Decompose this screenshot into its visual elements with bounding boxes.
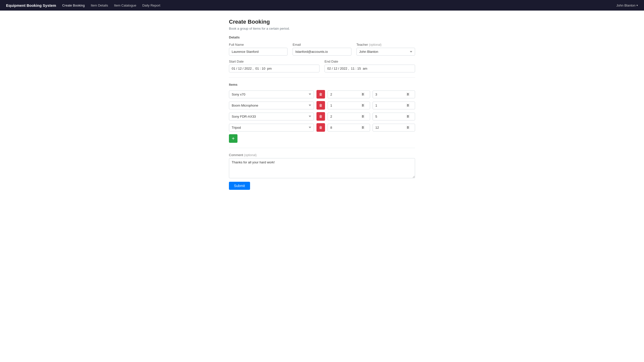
- item-select-wrap-0: Sony x70 Boom Microphone Sony FDR-AX33 T…: [229, 90, 314, 98]
- trash-icon-2: 🗑: [319, 114, 323, 118]
- navbar: Equipment Booking System Create Booking …: [0, 0, 644, 11]
- item-select-1[interactable]: Sony x70 Boom Microphone Sony FDR-AX33 T…: [229, 102, 314, 109]
- main-content: Create Booking Book a group of items for…: [224, 11, 420, 198]
- item-select-wrap-2: Sony x70 Boom Microphone Sony FDR-AX33 T…: [229, 113, 314, 120]
- comment-group: Comment (optional) Thanks for all your h…: [229, 153, 415, 178]
- item-row-1: Sony x70 Boom Microphone Sony FDR-AX33 T…: [229, 101, 415, 110]
- trash-icon-1: 🗑: [319, 103, 323, 107]
- navbar-left: Equipment Booking System Create Booking …: [6, 3, 160, 8]
- email-input[interactable]: [293, 48, 351, 56]
- full-name-label: Full Name: [229, 43, 288, 47]
- start-date-group: Start Date: [229, 60, 319, 72]
- item-select-0[interactable]: Sony x70 Boom Microphone Sony FDR-AX33 T…: [229, 90, 314, 98]
- teacher-group: Teacher (optional) John Blanton: [356, 43, 415, 56]
- qty2-input-0[interactable]: [373, 90, 415, 98]
- qty2-wrap-0: [373, 90, 415, 98]
- item-select-2[interactable]: Sony x70 Boom Microphone Sony FDR-AX33 T…: [229, 113, 314, 120]
- divider-1: [229, 77, 415, 78]
- comment-textarea[interactable]: Thanks for all your hard work!: [229, 158, 415, 178]
- user-menu[interactable]: John Blanton: [616, 4, 638, 7]
- date-row: Start Date End Date: [229, 60, 415, 72]
- add-item-button[interactable]: +: [229, 134, 237, 143]
- item-select-3[interactable]: Sony x70 Boom Microphone Sony FDR-AX33 T…: [229, 124, 314, 131]
- qty2-input-2[interactable]: [373, 113, 415, 120]
- item-row-3: Sony x70 Boom Microphone Sony FDR-AX33 T…: [229, 123, 415, 132]
- qty-input-0[interactable]: [328, 90, 370, 98]
- qty-wrap-3: [328, 124, 370, 131]
- qty2-input-1[interactable]: [373, 102, 415, 109]
- qty-wrap-0: [328, 90, 370, 98]
- qty2-input-3[interactable]: [373, 124, 415, 131]
- delete-item-1[interactable]: 🗑: [316, 101, 325, 110]
- items-label: Items: [229, 83, 415, 86]
- teacher-label: Teacher (optional): [356, 43, 415, 47]
- qty2-wrap-2: [373, 113, 415, 120]
- email-group: Email: [293, 43, 351, 56]
- qty2-wrap-1: [373, 102, 415, 109]
- submit-button[interactable]: Submit: [229, 182, 250, 190]
- delete-item-3[interactable]: 🗑: [316, 123, 325, 132]
- delete-item-2[interactable]: 🗑: [316, 112, 325, 121]
- start-date-input[interactable]: [229, 65, 319, 72]
- qty-input-3[interactable]: [328, 124, 370, 131]
- qty2-wrap-3: [373, 124, 415, 131]
- start-date-label: Start Date: [229, 60, 319, 63]
- nav-daily-report[interactable]: Daily Report: [142, 4, 160, 7]
- item-row-2: Sony x70 Boom Microphone Sony FDR-AX33 T…: [229, 112, 415, 121]
- teacher-select[interactable]: John Blanton: [356, 48, 415, 56]
- page-subtitle: Book a group of items for a certain peri…: [229, 27, 415, 30]
- user-name: John Blanton: [616, 4, 635, 7]
- qty-input-1[interactable]: [328, 102, 370, 109]
- full-name-input[interactable]: [229, 48, 288, 56]
- nav-item-details[interactable]: Item Details: [91, 4, 108, 7]
- trash-icon-0: 🗑: [319, 92, 323, 96]
- full-name-group: Full Name: [229, 43, 288, 56]
- item-row-0: Sony x70 Boom Microphone Sony FDR-AX33 T…: [229, 90, 415, 99]
- end-date-label: End Date: [325, 60, 415, 63]
- item-select-wrap-3: Sony x70 Boom Microphone Sony FDR-AX33 T…: [229, 124, 314, 131]
- nav-create-booking[interactable]: Create Booking: [62, 4, 85, 7]
- item-select-wrap-1: Sony x70 Boom Microphone Sony FDR-AX33 T…: [229, 102, 314, 109]
- qty-wrap-1: [328, 102, 370, 109]
- comment-label: Comment (optional): [229, 153, 415, 157]
- divider-2: [229, 148, 415, 148]
- navbar-brand: Equipment Booking System: [6, 3, 56, 8]
- end-date-group: End Date: [325, 60, 415, 72]
- trash-icon-3: 🗑: [319, 125, 323, 129]
- section-details-label: Details: [229, 35, 415, 39]
- qty-wrap-2: [328, 113, 370, 120]
- delete-item-0[interactable]: 🗑: [316, 90, 325, 99]
- details-row-1: Full Name Email Teacher (optional) John …: [229, 43, 415, 56]
- page-title: Create Booking: [229, 19, 415, 25]
- qty-input-2[interactable]: [328, 113, 370, 120]
- end-date-input[interactable]: [325, 65, 415, 72]
- nav-item-catalogue[interactable]: Item Catalogue: [114, 4, 136, 7]
- email-label: Email: [293, 43, 351, 47]
